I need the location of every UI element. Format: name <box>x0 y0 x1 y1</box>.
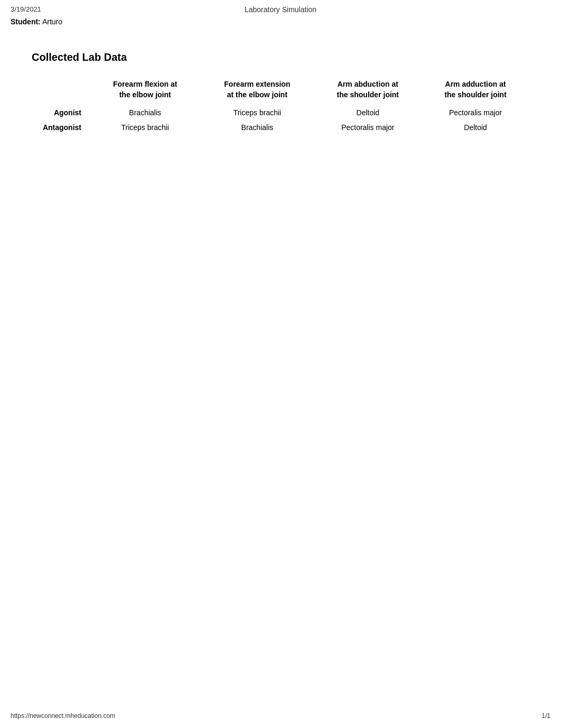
table-col-header-3: Arm abduction at the shoulder joint <box>314 76 422 105</box>
footer-page: 1/1 <box>541 712 550 720</box>
main-content: Collected Lab Data Forearm flexion at th… <box>0 30 561 156</box>
table-row: AntagonistTriceps brachiiBrachialisPecto… <box>32 120 529 135</box>
table-cell: Pectoralis major <box>422 105 529 120</box>
table-cell: Deltoid <box>422 120 529 135</box>
top-bar: 3/19/2021 Laboratory Simulation <box>0 0 561 13</box>
table-row: AgonistBrachialisTriceps brachiiDeltoidP… <box>32 105 529 120</box>
table-cell: Triceps brachii <box>90 120 200 135</box>
table-cell: Triceps brachii <box>200 105 314 120</box>
table-cell: Brachialis <box>90 105 200 120</box>
row-label-antagonist: Antagonist <box>32 120 90 135</box>
page-center-title: Laboratory Simulation <box>245 5 316 14</box>
table-cell: Pectoralis major <box>314 120 422 135</box>
row-label-agonist: Agonist <box>32 105 90 120</box>
table-header-row: Forearm flexion at the elbow joint Forea… <box>32 76 529 105</box>
footer: https://newconnect.mheducation.com 1/1 <box>11 712 550 720</box>
footer-url: https://newconnect.mheducation.com <box>11 712 115 720</box>
data-table: Forearm flexion at the elbow joint Forea… <box>32 76 529 135</box>
table-cell: Deltoid <box>314 105 422 120</box>
section-title: Collected Lab Data <box>32 51 529 63</box>
table-col-header-4: Arm adduction at the shoulder joint <box>422 76 529 105</box>
table-col-header-2: Forearm extension at the elbow joint <box>200 76 314 105</box>
table-header-empty <box>32 76 90 105</box>
student-name: Arturo <box>42 17 62 26</box>
student-info: Student: Arturo <box>0 13 561 30</box>
table-cell: Brachialis <box>200 120 314 135</box>
table-col-header-1: Forearm flexion at the elbow joint <box>90 76 200 105</box>
student-label: Student: <box>11 17 41 26</box>
date-label: 3/19/2021 <box>11 5 41 13</box>
